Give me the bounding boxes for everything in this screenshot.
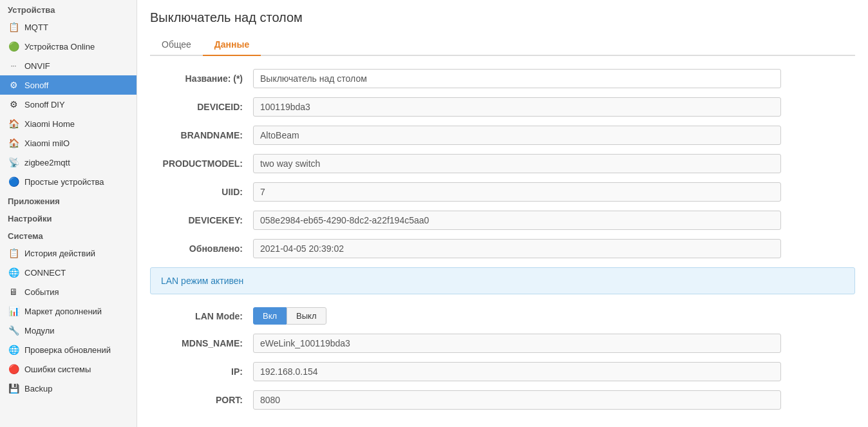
field-port-row: PORT: xyxy=(150,390,855,410)
sidebar-item-modules[interactable]: 🔧 Модули xyxy=(0,321,137,340)
sidebar-item-devices-online[interactable]: 🟢 Устройства Online xyxy=(0,37,137,56)
lan-mode-on-button[interactable]: Вкл xyxy=(253,307,287,325)
sidebar-item-sonoff-diy[interactable]: ⚙ Sonoff DIY xyxy=(0,95,137,114)
field-devicekey-row: DEVICEKEY: xyxy=(150,211,855,230)
sidebar-item-errors[interactable]: 🔴 Ошибки системы xyxy=(0,359,137,379)
onvif-icon: ··· xyxy=(8,60,19,71)
simple-devices-icon: 🔵 xyxy=(8,176,19,187)
field-productmodel-input xyxy=(253,154,781,173)
field-devicekey-input xyxy=(253,211,781,230)
connect-icon: 🌐 xyxy=(8,267,19,278)
field-productmodel-label: PRODUCTMODEL: xyxy=(150,158,253,169)
sidebar-section-settings: Настройки xyxy=(0,209,137,226)
sidebar-item-label: Ошибки системы xyxy=(24,365,91,374)
sidebar-item-label: Проверка обновлений xyxy=(24,345,111,355)
field-updated-input xyxy=(253,239,781,258)
field-port-input xyxy=(253,390,781,410)
tab-data[interactable]: Данные xyxy=(203,34,261,56)
field-mdns-label: MDNS_NAME: xyxy=(150,338,253,348)
sidebar-item-label: История действий xyxy=(24,249,95,258)
market-icon: 📊 xyxy=(8,305,19,317)
sidebar-item-label: CONNECT xyxy=(24,268,66,278)
sidebar-item-label: События xyxy=(24,287,59,297)
field-ip-row: IP: xyxy=(150,362,855,381)
sidebar-section-devices: Устройства xyxy=(0,0,137,17)
zigbee-icon: 📡 xyxy=(8,157,19,168)
field-name-input[interactable] xyxy=(253,69,781,88)
field-ip-label: IP: xyxy=(150,366,253,377)
sonoff-icon: ⚙ xyxy=(8,79,19,91)
field-brandname-row: BRANDNAME: xyxy=(150,126,855,145)
sonoff-diy-icon: ⚙ xyxy=(8,99,19,110)
lan-mode-row: LAN Mode: Вкл Выкл xyxy=(150,307,855,325)
field-productmodel-row: PRODUCTMODEL: xyxy=(150,154,855,173)
xiaomi-milo-icon: 🏠 xyxy=(8,137,19,149)
lan-mode-label: LAN Mode: xyxy=(150,311,253,321)
field-uiid-row: UIID: xyxy=(150,182,855,202)
sidebar-item-label: MQTT xyxy=(24,23,48,32)
sidebar-item-events[interactable]: 🖥 События xyxy=(0,282,137,301)
sidebar-item-label: Маркет дополнений xyxy=(24,307,102,316)
field-brandname-label: BRANDNAME: xyxy=(150,130,253,140)
sidebar-item-label: Sonoff xyxy=(24,81,48,90)
sidebar-item-mqtt[interactable]: 📋 MQTT xyxy=(0,17,137,37)
mqtt-icon: 📋 xyxy=(8,21,19,33)
devices-online-icon: 🟢 xyxy=(8,41,19,52)
field-updated-label: Обновлено: xyxy=(150,243,253,254)
sidebar-item-market[interactable]: 📊 Маркет дополнений xyxy=(0,301,137,321)
field-name-row: Название: (*) xyxy=(150,69,855,88)
field-updated-row: Обновлено: xyxy=(150,239,855,258)
sidebar-item-sonoff[interactable]: ⚙ Sonoff xyxy=(0,75,137,95)
sidebar-item-xiaomi-milo[interactable]: 🏠 Xiaomi milO xyxy=(0,133,137,153)
backup-icon: 💾 xyxy=(8,383,19,394)
lan-active-banner: LAN режим активен xyxy=(150,267,855,294)
sidebar-item-label: Sonoff DIY xyxy=(24,100,65,109)
field-name-label: Название: (*) xyxy=(150,73,253,84)
history-icon: 📋 xyxy=(8,247,19,259)
sidebar-item-zigbee2mqtt[interactable]: 📡 zigbee2mqtt xyxy=(0,153,137,172)
tab-general[interactable]: Общее xyxy=(150,34,203,56)
sidebar-item-connect[interactable]: 🌐 CONNECT xyxy=(0,263,137,282)
field-devicekey-label: DEVICEKEY: xyxy=(150,215,253,225)
sidebar-section-system: Система xyxy=(0,226,137,243)
sidebar-item-label: ONVIF xyxy=(24,61,50,71)
sidebar-item-label: Простые устройства xyxy=(24,177,104,187)
sidebar-item-backup[interactable]: 💾 Backup xyxy=(0,379,137,398)
sidebar-item-label: zigbee2mqtt xyxy=(24,158,70,167)
sidebar-item-label: Устройства Online xyxy=(24,42,95,52)
sidebar-item-label: Xiaomi milO xyxy=(24,138,70,148)
sidebar-item-xiaomi-home[interactable]: 🏠 Xiaomi Home xyxy=(0,114,137,133)
events-icon: 🖥 xyxy=(8,286,19,298)
main-content: Выключатель над столом Общее Данные Назв… xyxy=(137,0,868,427)
page-title: Выключатель над столом xyxy=(150,10,855,25)
sidebar-item-simple-devices[interactable]: 🔵 Простые устройства xyxy=(0,172,137,191)
updates-icon: 🌐 xyxy=(8,344,19,356)
tab-bar: Общее Данные xyxy=(150,34,855,56)
errors-icon: 🔴 xyxy=(8,363,19,375)
lan-mode-off-button[interactable]: Выкл xyxy=(287,307,326,325)
field-deviceid-input xyxy=(253,97,781,117)
field-uiid-input xyxy=(253,182,781,202)
sidebar-item-label: Backup xyxy=(24,384,52,394)
modules-icon: 🔧 xyxy=(8,325,19,336)
sidebar-section-apps: Приложения xyxy=(0,191,137,209)
field-deviceid-label: DEVICEID: xyxy=(150,102,253,112)
field-mdns-row: MDNS_NAME: xyxy=(150,334,855,353)
field-mdns-input xyxy=(253,334,781,353)
sidebar-item-onvif[interactable]: ··· ONVIF xyxy=(0,56,137,75)
xiaomi-home-icon: 🏠 xyxy=(8,118,19,129)
sidebar: Устройства 📋 MQTT 🟢 Устройства Online ··… xyxy=(0,0,137,427)
field-deviceid-row: DEVICEID: xyxy=(150,97,855,117)
field-ip-input xyxy=(253,362,781,381)
sidebar-item-updates[interactable]: 🌐 Проверка обновлений xyxy=(0,340,137,359)
sidebar-item-label: Модули xyxy=(24,326,55,336)
sidebar-item-history[interactable]: 📋 История действий xyxy=(0,243,137,263)
sidebar-item-label: Xiaomi Home xyxy=(24,119,75,129)
field-uiid-label: UIID: xyxy=(150,187,253,197)
field-brandname-input xyxy=(253,126,781,145)
field-port-label: PORT: xyxy=(150,395,253,405)
lan-mode-buttons: Вкл Выкл xyxy=(253,307,326,325)
